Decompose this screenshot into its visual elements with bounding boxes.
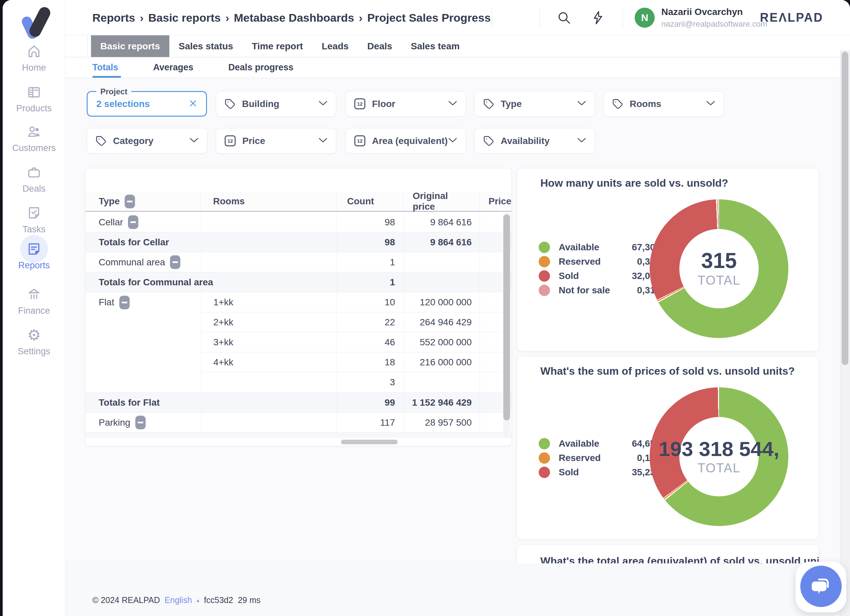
sidebar-item-label: Reports (3, 260, 65, 271)
collapse-type-button[interactable] (125, 195, 135, 208)
subtab-totals[interactable]: Totals (92, 62, 118, 73)
home-icon (3, 41, 65, 62)
filter-category[interactable]: Category (87, 128, 207, 154)
report-subtabs: TotalsAveragesDeals progress (65, 57, 850, 78)
cell-original-price: 9 864 616 (404, 212, 480, 232)
subtab-deals-progress[interactable]: Deals progress (228, 62, 293, 73)
legend-item-available: Available 67,302% (539, 240, 669, 254)
tab-deals[interactable]: Deals (358, 35, 402, 57)
filter-availability[interactable]: Availability (474, 128, 595, 154)
collapse-row-button[interactable] (170, 255, 180, 269)
tab-sales-team[interactable]: Sales team (402, 35, 469, 57)
chart-legend: Available 67,302% Reserved 0,317% Sold 3… (539, 240, 669, 298)
clear-filter-icon[interactable] (189, 99, 198, 109)
donut-total-label: TOTAL (698, 273, 741, 288)
table-group-rows: Flat 1+kk 10 120 000 000 2+kk 22 264 946… (85, 292, 511, 393)
table-vertical-scrollbar-thumb[interactable] (503, 214, 510, 420)
customers-icon (3, 121, 65, 142)
filter-floor[interactable]: 12Floor (345, 91, 466, 117)
realpad-logo-icon (16, 6, 53, 38)
breadcrumb-segment[interactable]: Project Sales Progress (367, 11, 491, 24)
cell-total-label: Totals for Cellar (85, 232, 337, 252)
cell-original-price (404, 252, 480, 272)
sidebar-item-settings[interactable]: ⚙Settings (3, 324, 65, 357)
content-area: Project 2 selections Building12FloorType… (65, 78, 850, 563)
sidebar-item-home[interactable]: Home (3, 41, 65, 73)
tab-sales-status[interactable]: Sales status (169, 35, 242, 57)
sidebar-item-label: Settings (3, 346, 65, 357)
donut-chart: 315 TOTAL (649, 199, 788, 338)
filter-label: Availability (501, 136, 550, 147)
cell-count: 22 (337, 312, 404, 332)
breadcrumb-segment[interactable]: Reports (92, 11, 135, 24)
collapse-row-button[interactable] (135, 416, 146, 429)
tag-icon (483, 99, 494, 109)
table-horizontal-scrollbar-thumb[interactable] (341, 440, 398, 444)
cell-count: 1 (337, 272, 404, 292)
chevron-down-icon (448, 138, 457, 144)
main-area: Reports›Basic reports›Metabase Dashboard… (65, 0, 850, 616)
cell-total-label: Totals for Communal area (85, 272, 337, 292)
sidebar-item-tasks[interactable]: Tasks (3, 202, 65, 235)
search-icon[interactable] (557, 10, 571, 25)
products-icon (3, 81, 65, 103)
filter-project[interactable]: Project 2 selections (87, 91, 207, 117)
collapse-row-button[interactable] (119, 296, 130, 309)
filter-label: Price (242, 136, 265, 147)
column-header-rooms: Rooms (201, 192, 336, 211)
tab-time-report[interactable]: Time report (242, 35, 312, 57)
tab-basic-reports[interactable]: Basic reports (91, 35, 169, 57)
units-sold-chart-card: How many units are sold vs. unsold? Avai… (517, 168, 819, 351)
cell-original-price: 216 000 000 (404, 352, 480, 372)
sidebar-item-customers[interactable]: Customers (3, 121, 65, 153)
cell-rooms (201, 252, 337, 272)
sidebar-item-finance[interactable]: Finance (3, 284, 65, 316)
breadcrumb-segment[interactable]: Basic reports (148, 11, 221, 24)
donut-chart: 193 318 544, TOTAL (649, 387, 788, 526)
footer: © 2024 REALPAD English ▴ fcc53d2 29 ms (92, 595, 260, 605)
cell-original-price: 1 152 946 429 (404, 393, 480, 412)
language-link[interactable]: English (165, 595, 192, 605)
cell-count: 1 (337, 252, 404, 272)
table-total-row: Totals for Flat 99 1 152 946 429 (85, 393, 511, 413)
number-filter-icon: 12 (224, 135, 236, 147)
collapse-row-button[interactable] (128, 215, 138, 229)
avatar[interactable]: N (635, 7, 655, 28)
chart-title: What's the sum of prices of sold vs. uns… (540, 365, 795, 377)
donut-center: 193 318 544, TOTAL (658, 438, 779, 475)
app-window: HomeProductsCustomersDealsTasksReportsFi… (3, 0, 850, 616)
sidebar-item-reports[interactable]: Reports (3, 238, 65, 271)
chat-button[interactable] (800, 566, 842, 607)
filter-building[interactable]: Building (215, 91, 336, 117)
table-subrow: 3 (201, 372, 511, 392)
quick-actions-lightning-icon[interactable] (591, 10, 605, 25)
filter-price[interactable]: 12Price (215, 128, 336, 154)
sidebar-item-label: Finance (3, 306, 65, 316)
divider (87, 35, 88, 57)
legend-dot (539, 270, 550, 282)
cell-original-price: 264 946 429 (404, 312, 480, 332)
chevron-down-icon (577, 101, 586, 107)
breadcrumb-separator: › (140, 11, 143, 24)
sidebar-item-label: Home (3, 63, 65, 73)
donut-total-value: 315 (698, 250, 741, 272)
table-subrow: 3+kk 46 552 000 000 (201, 332, 511, 352)
filter-rooms[interactable]: Rooms (603, 91, 724, 117)
sidebar-item-deals[interactable]: Deals (3, 161, 65, 194)
cell-rooms (201, 413, 337, 432)
filter-label: Floor (372, 99, 395, 109)
filter-area-equivalent-[interactable]: 12Area (equivalent) (345, 128, 466, 154)
subtab-averages[interactable]: Averages (153, 62, 194, 73)
breadcrumb-segment[interactable]: Metabase Dashboards (233, 11, 354, 24)
filter-type[interactable]: Type (474, 91, 595, 117)
tab-leads[interactable]: Leads (312, 35, 358, 57)
legend-label: Reserved (559, 256, 629, 267)
table-row: Cellar 98 9 864 616 (85, 212, 511, 232)
page-scrollbar-thumb[interactable] (842, 52, 849, 365)
cell-rooms: 1+kk (201, 292, 337, 312)
column-header-original-price: Original price (403, 192, 479, 211)
sidebar-item-products[interactable]: Products (3, 81, 65, 114)
cell-count: 99 (337, 393, 404, 412)
cell-original-price: 552 000 000 (404, 332, 480, 352)
header-divider (623, 8, 623, 27)
